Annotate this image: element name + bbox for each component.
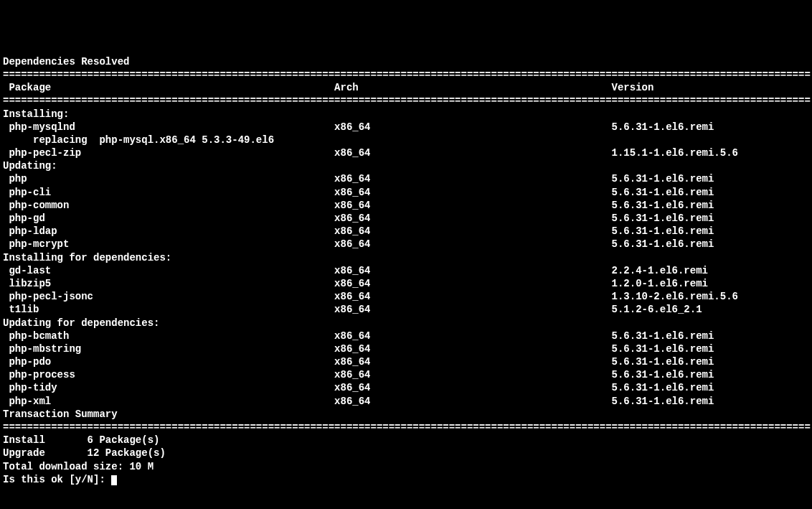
package-row: libzip5 x86_64 1.2.0-1.el6.remi [3,277,809,290]
confirm-prompt[interactable]: Is this ok [y/N]: [3,473,809,486]
package-row: php-pecl-zip x86_64 1.15.1-1.el6.remi.5.… [3,146,809,159]
package-row: php-pdo x86_64 5.6.31-1.el6.remi [3,355,809,368]
section-title: Installing: [3,108,809,121]
package-row: gd-last x86_64 2.2.4-1.el6.remi [3,264,809,277]
download-size: Total download size: 10 M [3,460,809,473]
dependencies-resolved-header: Dependencies Resolved [3,55,809,68]
cursor-icon [111,475,117,485]
package-row: php-ldap x86_64 5.6.31-1.el6.remi [3,225,809,238]
package-row: php-cli x86_64 5.6.31-1.el6.remi [3,186,809,199]
replacing-note: replacing php-mysql.x86_64 5.3.3-49.el6 [3,134,809,146]
terminal-output: Dependencies Resolved===================… [3,55,809,486]
section-title: Updating: [3,159,809,172]
package-row: php-mcrypt x86_64 5.6.31-1.el6.remi [3,238,809,251]
section-title: Installing for dependencies: [3,251,809,264]
divider: ========================================… [3,421,809,434]
summary-install: Install 6 Package(s) [3,434,809,447]
package-row: php-gd x86_64 5.6.31-1.el6.remi [3,212,809,225]
package-row: php-bcmath x86_64 5.6.31-1.el6.remi [3,330,809,342]
package-row: php-mysqlnd x86_64 5.6.31-1.el6.remi [3,121,809,134]
summary-upgrade: Upgrade 12 Package(s) [3,447,809,459]
column-headers: Package Arch Version [3,81,809,94]
transaction-summary-title: Transaction Summary [3,408,809,421]
package-row: php-mbstring x86_64 5.6.31-1.el6.remi [3,342,809,355]
package-row: php-pecl-jsonc x86_64 1.3.10-2.el6.remi.… [3,290,809,303]
package-row: t1lib x86_64 5.1.2-6.el6_2.1 [3,303,809,316]
package-row: php x86_64 5.6.31-1.el6.remi [3,172,809,185]
package-row: php-common x86_64 5.6.31-1.el6.remi [3,199,809,212]
divider: ========================================… [3,68,809,81]
section-title: Updating for dependencies: [3,317,809,330]
divider: ========================================… [3,94,809,107]
package-row: php-process x86_64 5.6.31-1.el6.remi [3,368,809,381]
package-row: php-xml x86_64 5.6.31-1.el6.remi [3,395,809,408]
package-row: php-tidy x86_64 5.6.31-1.el6.remi [3,381,809,394]
